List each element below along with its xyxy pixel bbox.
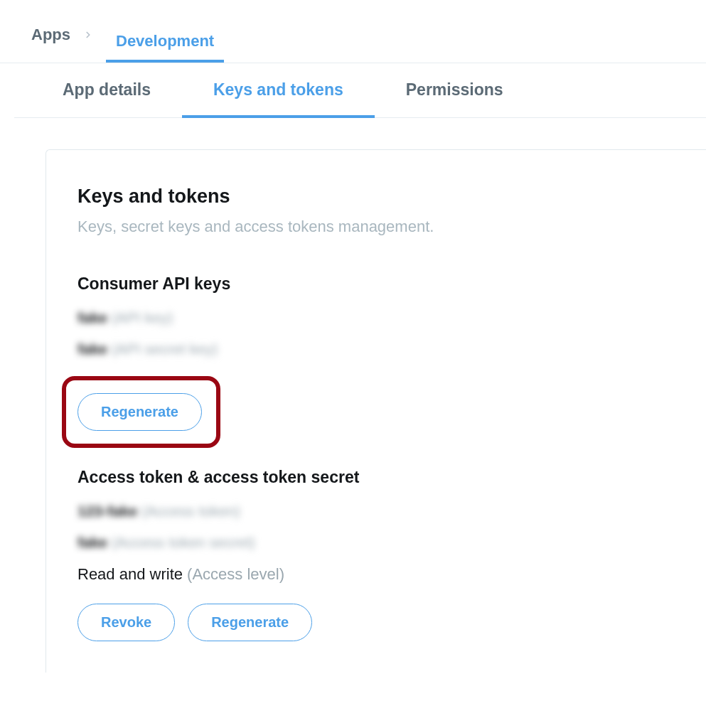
tab-app-details[interactable]: App details: [31, 63, 182, 117]
api-key-row: fake (API key): [77, 309, 675, 326]
api-secret-row: fake (API secret key): [77, 341, 675, 358]
annotation-highlight: Regenerate: [62, 376, 220, 448]
api-secret-value: fake: [77, 341, 107, 357]
breadcrumb-root[interactable]: Apps: [31, 26, 70, 44]
breadcrumb: Apps Development: [0, 0, 706, 63]
tab-permissions[interactable]: Permissions: [375, 63, 535, 117]
regenerate-access-token-button[interactable]: Regenerate: [188, 604, 312, 641]
access-token-label: (Access token): [141, 503, 240, 519]
consumer-api-keys-title: Consumer API keys: [77, 274, 675, 294]
access-token-secret-row: fake (Access token secret): [77, 534, 675, 551]
card-description: Keys, secret keys and access tokens mana…: [77, 218, 675, 236]
tabs: App details Keys and tokens Permissions: [14, 63, 706, 118]
access-token-row: 123-fake (Access token): [77, 503, 675, 520]
card-title: Keys and tokens: [77, 186, 675, 208]
breadcrumb-current[interactable]: Development: [106, 23, 224, 63]
access-level-label: (Access level): [187, 565, 284, 583]
api-secret-label: (API secret key): [112, 341, 218, 357]
chevron-right-icon: [83, 30, 93, 40]
access-level-value: Read and write: [77, 565, 183, 583]
access-level-row: Read and write (Access level): [77, 565, 675, 584]
regenerate-consumer-keys-button[interactable]: Regenerate: [77, 393, 202, 431]
access-token-title: Access token & access token secret: [77, 468, 675, 487]
api-key-label: (API key): [112, 309, 173, 326]
revoke-access-token-button[interactable]: Revoke: [77, 604, 175, 641]
tab-keys-and-tokens[interactable]: Keys and tokens: [182, 63, 375, 118]
access-token-secret-value: fake: [77, 534, 107, 550]
access-token-secret-label: (Access token secret): [112, 534, 255, 550]
api-key-value: fake: [77, 309, 107, 326]
access-token-value: 123-fake: [77, 503, 137, 519]
keys-tokens-card: Keys and tokens Keys, secret keys and ac…: [46, 149, 706, 673]
access-token-buttons: Revoke Regenerate: [77, 604, 675, 641]
